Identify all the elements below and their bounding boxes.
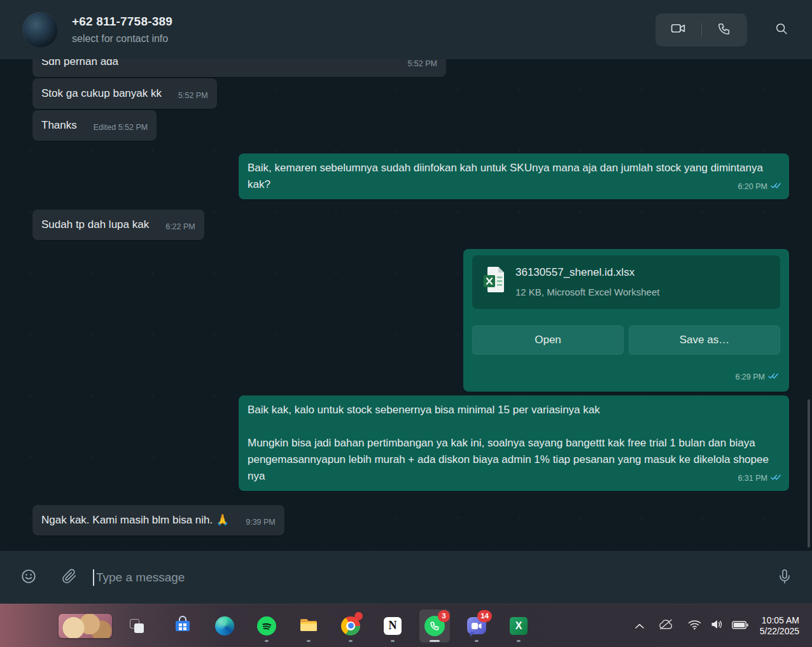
- read-ticks-icon: [768, 369, 779, 385]
- widgets-button[interactable]: [59, 614, 112, 638]
- read-ticks-icon: [771, 178, 781, 195]
- whatsapp-window: +62 811-7758-389 select for contact info: [0, 0, 812, 647]
- taskbar-file-explorer[interactable]: [293, 609, 324, 643]
- message-row: 36130557_shenel.id.xlsx 12 KB, Microsoft…: [32, 249, 789, 392]
- message-time: 6:31 PM: [738, 470, 767, 487]
- message-text: Baik kak, kalo untuk stock sebenernya bi…: [248, 402, 780, 418]
- save-as-button[interactable]: Save as…: [629, 325, 780, 355]
- taskbar-clock[interactable]: 10:05 AM 5/22/2025: [760, 615, 799, 637]
- outgoing-file-message-bubble[interactable]: 36130557_shenel.id.xlsx 12 KB, Microsoft…: [463, 249, 789, 392]
- speaker-icon: [710, 619, 723, 632]
- emoji-icon: [20, 568, 37, 587]
- message-text: Mungkin bisa jadi bahan pertimbangan ya …: [248, 435, 780, 485]
- running-indicator: [349, 640, 353, 642]
- clock-date: 5/22/2025: [760, 626, 799, 637]
- outgoing-message-bubble[interactable]: Baik, kemaren sebelumnya sudah diinfokan…: [239, 153, 789, 199]
- message-row: Baik kak, kalo untuk stock sebenernya bi…: [32, 395, 789, 491]
- chevron-up-icon: [635, 620, 644, 632]
- running-indicator: [517, 640, 521, 642]
- clock-time: 10:05 AM: [760, 615, 799, 626]
- file-attachment[interactable]: 36130557_shenel.id.xlsx 12 KB, Microsoft…: [472, 255, 780, 309]
- message-time: 6:22 PM: [165, 219, 195, 234]
- microsoft-store-icon: [173, 615, 192, 637]
- taskbar-notion[interactable]: N: [377, 609, 408, 643]
- file-details: 36130557_shenel.id.xlsx 12 KB, Microsoft…: [515, 264, 659, 301]
- message-text: Stok ga cukup banyak kk: [41, 86, 162, 101]
- message-input-area: [93, 569, 765, 586]
- message-time: 9:39 PM: [246, 515, 276, 530]
- message-row: Ngak kak. Kami masih blm bisa nih. 🙏 9:3…: [32, 505, 789, 536]
- chat-unread-badge: 14: [477, 610, 492, 622]
- phone-icon: [717, 22, 731, 38]
- incoming-message-bubble[interactable]: Ngak kak. Kami masih blm bisa nih. 🙏 9:3…: [32, 505, 284, 536]
- notion-icon: N: [384, 617, 402, 635]
- contact-avatar[interactable]: [22, 12, 58, 48]
- video-call-icon: [670, 20, 686, 39]
- message-edited-time: Edited 5:52 PM: [94, 120, 148, 135]
- outgoing-message-bubble[interactable]: Baik kak, kalo untuk stock sebenernya bi…: [239, 395, 789, 491]
- read-ticks-icon: [771, 470, 781, 487]
- attach-button[interactable]: [60, 568, 79, 587]
- message-time: 5:52 PM: [178, 88, 208, 103]
- battery-icon: [732, 620, 748, 632]
- taskbar-microsoft-store[interactable]: [167, 609, 198, 643]
- message-row: Stok ga cukup banyak kk 5:52 PM: [32, 78, 789, 109]
- volume-tray-button[interactable]: [710, 619, 723, 632]
- file-explorer-icon: [299, 616, 318, 636]
- scrollbar-thumb[interactable]: [808, 399, 810, 548]
- incoming-message-bubble[interactable]: Sudah tp dah lupa kak 6:22 PM: [32, 210, 204, 240]
- call-button-group: [655, 13, 747, 46]
- search-icon: [774, 22, 788, 38]
- contact-subtitle: select for contact info: [72, 33, 655, 45]
- whatsapp-unread-badge: 3: [438, 610, 450, 622]
- excel-icon: X: [510, 617, 528, 635]
- message-status: 6:20 PM: [738, 178, 781, 195]
- taskbar-spotify[interactable]: [251, 609, 282, 643]
- incoming-message-bubble[interactable]: Thanks Edited 5:52 PM: [32, 110, 157, 141]
- spotify-icon: [257, 616, 276, 636]
- incoming-message-bubble[interactable]: Sdh pernah ada 5:52 PM: [32, 59, 446, 77]
- message-text: Ngak kak. Kami masih blm bisa nih. 🙏: [41, 513, 229, 528]
- message-text: Sdh pernah ada: [41, 59, 118, 69]
- paperclip-icon: [62, 569, 77, 587]
- wifi-tray-button[interactable]: [688, 620, 701, 632]
- message-text: Baik, kemaren sebelumnya sudah diinfokan…: [248, 162, 763, 190]
- file-action-buttons: Open Save as…: [472, 325, 780, 355]
- chat-scroll-area[interactable]: Sdh pernah ada 5:52 PM Stok ga cukup ban…: [0, 59, 812, 551]
- windows-taskbar: N 3 14: [0, 604, 812, 647]
- incoming-message-bubble[interactable]: Stok ga cukup banyak kk 5:52 PM: [32, 78, 217, 109]
- message-input[interactable]: [96, 571, 765, 585]
- message-row: Sdh pernah ada 5:52 PM: [32, 59, 789, 77]
- message-row: Sudah tp dah lupa kak 6:22 PM: [32, 210, 789, 240]
- cloud-offline-icon: [658, 619, 674, 632]
- open-button[interactable]: Open: [472, 325, 624, 355]
- taskbar-excel[interactable]: X: [503, 609, 534, 643]
- tray-chevron-button[interactable]: [635, 620, 644, 632]
- edge-icon: [215, 616, 234, 636]
- battery-tray-button[interactable]: [732, 620, 748, 632]
- message-status: 6:29 PM: [472, 369, 780, 385]
- message-time: 5:52 PM: [407, 59, 437, 71]
- wifi-icon: [688, 620, 701, 632]
- taskbar-edge[interactable]: [209, 609, 240, 643]
- task-view-button[interactable]: [130, 619, 144, 633]
- message-time: 6:29 PM: [735, 369, 765, 385]
- contact-info-area[interactable]: +62 811-7758-389 select for contact info: [72, 15, 655, 45]
- video-call-button[interactable]: [655, 13, 701, 46]
- voice-message-button[interactable]: [775, 568, 794, 587]
- onedrive-tray-button[interactable]: [658, 619, 674, 632]
- microphone-icon: [777, 569, 792, 587]
- running-indicator: [475, 640, 479, 642]
- message-row: Thanks Edited 5:52 PM: [32, 110, 789, 141]
- running-indicator: [430, 640, 440, 642]
- emoji-button[interactable]: [19, 568, 38, 587]
- notification-badge: [354, 612, 363, 620]
- taskbar-chrome[interactable]: [335, 609, 366, 643]
- voice-call-button[interactable]: [702, 13, 748, 46]
- taskbar-chat[interactable]: 14: [461, 609, 492, 643]
- running-indicator: [265, 640, 269, 642]
- running-indicator: [307, 640, 311, 642]
- taskbar-whatsapp[interactable]: 3: [419, 609, 450, 643]
- text-cursor: [93, 569, 94, 586]
- search-button[interactable]: [769, 22, 794, 38]
